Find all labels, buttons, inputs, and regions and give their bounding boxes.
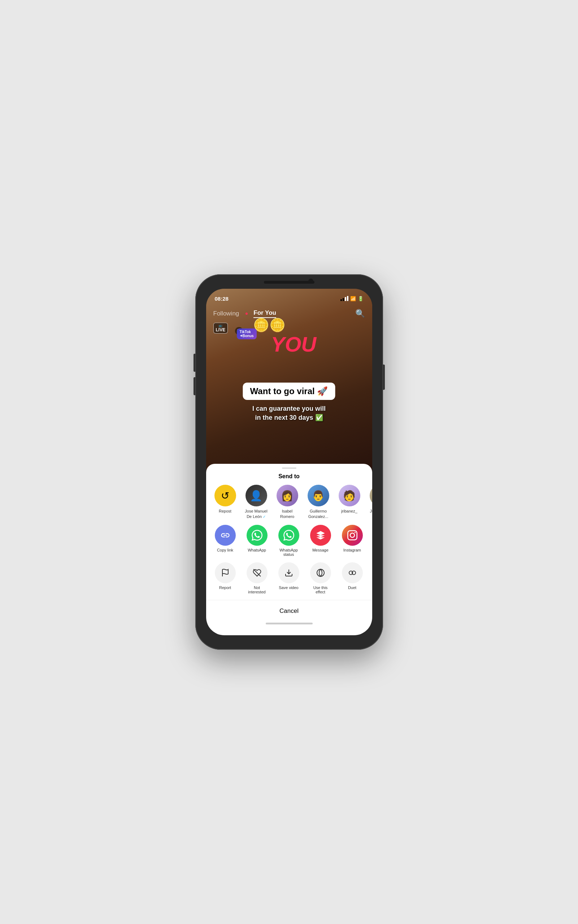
whatsapp-icon: [252, 530, 263, 541]
home-indicator: [266, 622, 313, 624]
repost-contact[interactable]: ↺ Repost: [212, 485, 239, 519]
svg-point-4: [317, 569, 324, 576]
share-apps-row: Copy link WhatsApp: [206, 525, 372, 563]
copy-link-button[interactable]: Copy link: [212, 525, 239, 556]
contacts-row: ↺ Repost 👤 Jose ManuelDe León ✓ 👩 I: [206, 485, 372, 525]
viral-text-box: Want to go viral 🚀: [243, 383, 335, 400]
save-video-button[interactable]: Save video: [276, 563, 302, 594]
whatsapp-status-icon: [283, 530, 294, 541]
save-icon: [284, 569, 293, 577]
stitch-button[interactable]: Stitch: [371, 563, 372, 594]
report-button[interactable]: Report: [212, 563, 239, 594]
live-badge[interactable]: 📺 LIVE: [213, 323, 228, 334]
contact-jose[interactable]: 👤 Jose ManuelDe León ✓: [243, 485, 270, 519]
phone-frame: 08:28 📶 🔋 📺 LIVE: [195, 274, 383, 650]
tiktok-bonus-badge[interactable]: TikTok✦Bonus: [237, 329, 257, 339]
report-icon: [221, 569, 230, 577]
search-icon[interactable]: 🔍: [355, 309, 365, 318]
message-icon: [315, 530, 326, 540]
action-options-row: Report Notinterested: [206, 563, 372, 600]
guarantee-text: I can guarantee you willin the next 30 d…: [218, 404, 360, 422]
battery-icon: 🔋: [358, 296, 364, 302]
message-button[interactable]: Message: [307, 525, 334, 556]
instagram-icon: [347, 530, 357, 540]
notification-dot: [245, 313, 248, 315]
contact-isabel[interactable]: 👩 IsabelRomero: [274, 485, 301, 519]
send-to-title: Send to: [206, 471, 372, 485]
share-bottom-sheet: Send to ↺ Repost 👤 Jose ManuelDe León ✓: [206, 464, 372, 635]
divider: [206, 600, 372, 600]
volume-up-button[interactable]: [193, 354, 195, 372]
nav-tabs: Following For You: [213, 309, 276, 318]
not-interested-icon: [253, 569, 261, 577]
stories-button[interactable]: Stories: [371, 525, 372, 556]
status-bar: 08:28 📶 🔋: [206, 289, 372, 305]
volume-down-button[interactable]: [193, 377, 195, 395]
you-text: YOU: [271, 332, 317, 356]
time-display: 08:28: [215, 296, 229, 302]
tiktok-header: 📺 LIVE Following For You 🔍: [206, 305, 372, 323]
signal-icon: [341, 296, 348, 301]
instagram-button[interactable]: Instagram: [339, 525, 366, 556]
foryou-tab[interactable]: For You: [253, 309, 276, 318]
wifi-icon: 📶: [350, 296, 356, 302]
use-effect-button[interactable]: Use thiseffect: [307, 563, 334, 594]
sheet-handle: [282, 467, 296, 469]
whatsapp-button[interactable]: WhatsApp: [244, 525, 270, 556]
effect-icon: [316, 569, 325, 577]
cancel-button[interactable]: Cancel: [206, 602, 372, 620]
contact-guillermo[interactable]: 👨 GuillermoGonzalez...: [305, 485, 332, 519]
phone-screen: 08:28 📶 🔋 📺 LIVE: [206, 289, 372, 635]
contact-jribanez[interactable]: 🧑 jribanez_: [336, 485, 363, 519]
duet-button[interactable]: Duet: [339, 563, 366, 594]
whatsapp-label: WhatsApp: [248, 548, 266, 552]
not-interested-button[interactable]: Notinterested: [244, 563, 270, 594]
link-icon: [220, 530, 231, 540]
whatsapp-status-button[interactable]: WhatsAppstatus: [276, 525, 302, 556]
duet-icon: [348, 569, 357, 577]
viral-text: Want to go viral 🚀: [250, 386, 328, 396]
following-tab[interactable]: Following: [213, 310, 239, 317]
power-button[interactable]: [383, 365, 385, 390]
contact-juan[interactable]: 👨 Juan Pabl...: [367, 485, 372, 519]
